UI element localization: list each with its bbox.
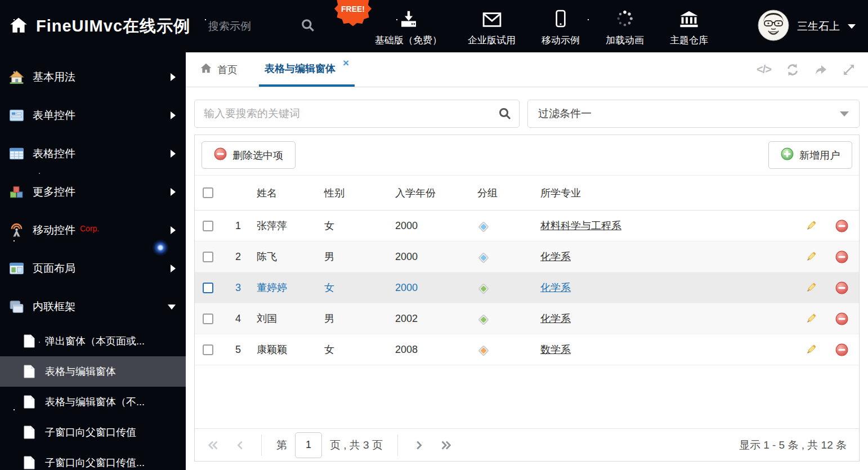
antenna-icon xyxy=(9,223,24,238)
add-user-button[interactable]: 新增用户 xyxy=(768,141,852,169)
col-group: 分组 xyxy=(466,186,529,200)
filter-row: 过滤条件一 xyxy=(194,100,860,128)
edit-icon[interactable] xyxy=(797,250,824,263)
major-link[interactable]: 数学系 xyxy=(540,344,571,355)
user-name: 三生石上 xyxy=(797,19,840,34)
form-icon xyxy=(9,108,24,123)
sidebar-item[interactable]: 内联框架 xyxy=(0,288,186,326)
table-row[interactable]: 2 陈飞 男 2000 化学系 xyxy=(195,241,859,272)
home-icon xyxy=(200,62,212,77)
edit-icon[interactable] xyxy=(797,281,824,294)
edit-icon[interactable] xyxy=(797,312,824,325)
sidebar-item[interactable]: 基本用法 xyxy=(0,58,186,96)
cubes-icon xyxy=(9,185,24,199)
search-icon[interactable] xyxy=(301,18,315,35)
filter-value: 过滤条件一 xyxy=(538,106,592,121)
sidebar-item[interactable]: 表单控件 xyxy=(0,96,186,135)
search-icon[interactable] xyxy=(498,107,512,123)
app-logo[interactable]: FineUIMvc在线示例 xyxy=(0,15,190,38)
source-code-icon[interactable]: </> xyxy=(757,63,771,76)
table-filler xyxy=(195,365,859,428)
page-number-input[interactable] xyxy=(295,432,322,458)
cell-name: 董婷婷 xyxy=(245,281,313,294)
major-link[interactable]: 化学系 xyxy=(540,251,571,262)
prev-page-button[interactable] xyxy=(234,439,247,451)
major-link[interactable]: 化学系 xyxy=(540,313,571,324)
sidebar-item[interactable]: 更多控件 xyxy=(0,173,186,211)
delete-icon[interactable] xyxy=(824,281,859,294)
header-nav-item-5[interactable]: 主题仓库 xyxy=(670,11,708,47)
table-row[interactable]: 1 张萍萍 女 2000 材料科学与工程系 xyxy=(195,211,859,241)
sidebar-subitem[interactable]: 子窗口向父窗口传值 xyxy=(0,417,186,447)
home-color-icon xyxy=(9,70,24,84)
sidebar-subitem[interactable]: 表格与编辑窗体 xyxy=(0,356,186,387)
delete-icon[interactable] xyxy=(824,343,859,356)
sidebar-submenu: 弹出窗体（本页面或... 表格与编辑窗体 表格与编辑窗体（不... 子窗口向父窗… xyxy=(0,326,186,470)
share-icon[interactable] xyxy=(814,63,827,77)
row-checkbox[interactable] xyxy=(203,314,213,324)
sidebar: 基本用法 表单控件 表格控件 更多控件 移动控件 Corp. 页面布局 内联框架 xyxy=(0,52,186,470)
cell-year: 2008 xyxy=(384,344,466,356)
header-nav: 基础版（免费） FREE! 企业版试用 移动示例 加载动画 主题仓库 xyxy=(375,6,708,47)
header-nav-item-4[interactable]: 加载动画 xyxy=(606,10,644,47)
select-all-checkbox[interactable] xyxy=(203,187,213,198)
major-link[interactable]: 材料科学与工程系 xyxy=(540,220,621,231)
row-checkbox[interactable] xyxy=(203,221,213,231)
sidebar-subitem[interactable]: 表格与编辑窗体（不... xyxy=(0,387,186,417)
grid-panel: 删除选中项 新增用户 姓名 性别 入学年份 分组 所学专业 xyxy=(194,135,860,462)
major-link[interactable]: 化学系 xyxy=(540,282,571,293)
table-row[interactable]: 3 董婷婷 女 2000 化学系 xyxy=(195,272,859,303)
tab[interactable]: 首页 xyxy=(194,52,243,87)
row-checkbox[interactable] xyxy=(203,344,213,355)
mobile-icon xyxy=(555,10,566,30)
header-nav-item-3[interactable]: 移动示例 xyxy=(542,10,580,47)
chevron-icon xyxy=(171,265,176,272)
user-menu[interactable]: 三生石上 xyxy=(758,10,856,43)
delete-icon[interactable] xyxy=(824,220,859,232)
sidebar-subitem[interactable]: 弹出窗体（本页面或... xyxy=(0,326,186,356)
tab-toolbar: </> xyxy=(757,52,868,87)
row-checkbox[interactable] xyxy=(203,252,213,262)
tab[interactable]: 表格与编辑窗体 × xyxy=(259,52,355,87)
envelope-icon xyxy=(482,12,502,30)
table-row[interactable]: 5 康颖颖 女 2008 数学系 xyxy=(195,334,859,365)
first-page-button[interactable] xyxy=(207,439,220,451)
record-summary: 显示 1 - 5 条 , 共 12 条 xyxy=(739,438,847,453)
cell-name: 刘国 xyxy=(245,312,313,325)
pagination-bar: 第 页 , 共 3 页 显示 1 - 5 条 , 共 12 条 xyxy=(195,428,859,461)
tag-icon xyxy=(478,252,489,263)
sidebar-item[interactable]: 表格控件 xyxy=(0,135,186,173)
page-icon xyxy=(24,365,35,378)
col-major: 所学专业 xyxy=(529,186,797,200)
bank-icon xyxy=(679,11,699,30)
header-nav-item-2[interactable]: 企业版试用 xyxy=(468,12,516,47)
row-number: 5 xyxy=(221,344,245,356)
page-icon xyxy=(24,426,35,439)
close-tab-icon[interactable]: × xyxy=(343,57,349,69)
delete-icon[interactable] xyxy=(824,312,859,325)
row-number: 1 xyxy=(221,220,245,232)
refresh-icon[interactable] xyxy=(786,63,799,77)
page-prefix: 第 xyxy=(276,438,287,453)
row-number: 2 xyxy=(221,251,245,263)
edit-icon[interactable] xyxy=(797,343,824,356)
header-search-input[interactable] xyxy=(208,20,293,33)
cell-name: 康颖颖 xyxy=(245,343,313,356)
table-row[interactable]: 4 刘国 男 2002 化学系 xyxy=(195,303,859,334)
last-page-button[interactable] xyxy=(440,439,452,451)
keyword-input[interactable] xyxy=(194,100,520,128)
add-user-label: 新增用户 xyxy=(799,149,840,162)
chevron-icon xyxy=(168,305,176,310)
delete-selected-button[interactable]: 删除选中项 xyxy=(202,141,296,169)
expand-icon[interactable] xyxy=(842,63,856,77)
row-checkbox[interactable] xyxy=(203,283,213,293)
page-icon xyxy=(24,456,35,469)
sidebar-subitem[interactable]: 子窗口向父窗口传值... xyxy=(0,447,186,470)
edit-icon[interactable] xyxy=(797,220,824,232)
header-nav-item-1[interactable]: 基础版（免费） FREE! xyxy=(375,11,442,47)
delete-icon[interactable] xyxy=(824,250,859,263)
frames-icon xyxy=(9,299,24,314)
next-page-button[interactable] xyxy=(413,439,425,451)
filter-dropdown[interactable]: 过滤条件一 xyxy=(527,100,860,128)
col-name: 姓名 xyxy=(245,186,313,200)
